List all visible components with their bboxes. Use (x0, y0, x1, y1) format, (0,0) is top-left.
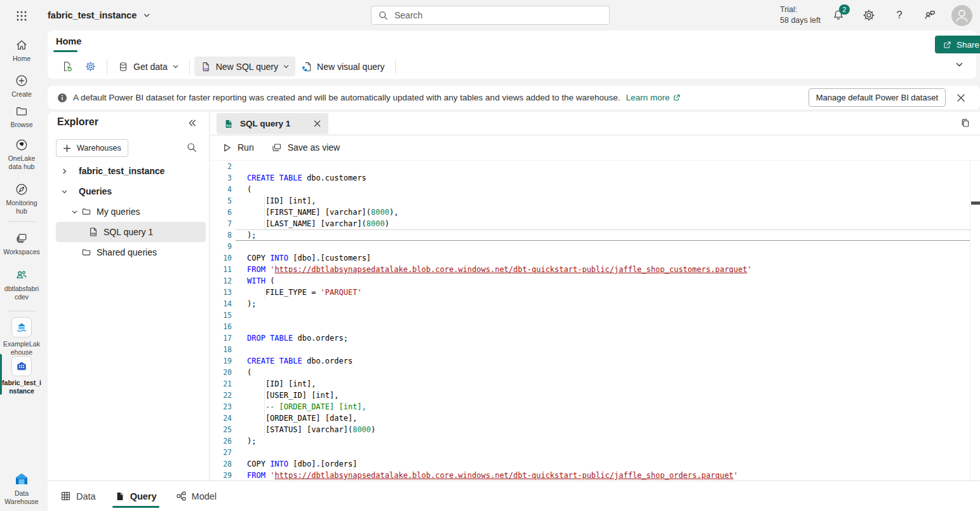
explorer-collapse-button[interactable] (187, 118, 197, 128)
code-line[interactable]: 3CREATE TABLE dbo.customers (210, 172, 980, 184)
run-button[interactable]: Run (222, 142, 254, 153)
code-line[interactable]: 6 [FIRST_NAME] [varchar](8000), (210, 207, 980, 218)
feedback-icon (923, 8, 937, 22)
tree-item-queries[interactable]: Queries (48, 181, 209, 201)
line-number: 3 (210, 172, 232, 184)
code-line[interactable]: 4( (210, 184, 980, 195)
code-line[interactable]: 23 -- [ORDER_DATE] [int], (210, 401, 980, 412)
tree-item-sql-query-1[interactable]: SQL SQL query 1 (56, 222, 206, 242)
person-icon (951, 5, 972, 26)
search-icon (186, 142, 197, 153)
code-line[interactable]: 9 (210, 241, 980, 252)
code-line[interactable]: 20( (210, 367, 980, 378)
banner-close-button[interactable] (951, 88, 970, 107)
table-grid-icon (60, 491, 71, 501)
play-icon (222, 143, 232, 153)
info-icon (57, 93, 67, 103)
monitoring-icon (15, 182, 29, 196)
query-tab[interactable]: SQL SQL query 1 (217, 113, 328, 134)
code-line[interactable]: 8); (210, 229, 980, 241)
get-data-label: Get data (133, 62, 168, 72)
code-line[interactable]: 21 [ID] [int], (210, 378, 980, 390)
code-line[interactable]: 29FROM 'https://dbtlabsynapsedatalake.bl… (210, 470, 980, 480)
line-number: 16 (210, 321, 232, 332)
settings-button[interactable] (859, 5, 879, 25)
share-button[interactable]: Share (935, 36, 980, 53)
tree-item-warehouse[interactable]: fabric_test_instance (48, 161, 209, 181)
code-line[interactable]: 16 (210, 321, 980, 332)
new-warehouse-button[interactable]: Warehouses (56, 139, 128, 157)
account-avatar[interactable] (951, 5, 972, 26)
editor-tab-bar: SQL SQL query 1 (210, 112, 980, 135)
code-line[interactable]: 22 [USER_ID] [int], (210, 390, 980, 401)
line-number: 8 (210, 229, 232, 241)
scrollbar-marker[interactable] (971, 201, 980, 205)
ribbon-tab-home[interactable]: Home (50, 31, 87, 52)
app-launcher-icon[interactable] (13, 8, 30, 24)
line-number: 29 (210, 470, 232, 480)
view-tab-query[interactable]: Query (112, 481, 159, 511)
chevron-down-icon (283, 63, 290, 70)
trial-status: Trial: 58 days left (780, 4, 821, 26)
search-input[interactable] (393, 10, 603, 21)
copy-button[interactable] (960, 118, 970, 128)
ribbon: Home Share Get data SQL New SQL query (48, 31, 976, 79)
manage-dataset-button[interactable]: Manage default Power BI dataset (809, 88, 946, 107)
code-line[interactable]: 2 (210, 161, 980, 172)
work-panel: Explorer Warehouses fabric_test_instance… (48, 112, 980, 511)
feedback-button[interactable] (920, 5, 940, 25)
rail-divider (8, 311, 36, 311)
code-line[interactable]: 27 (210, 447, 980, 458)
ribbon-collapse-button[interactable] (955, 60, 963, 69)
nav-home[interactable]: Home (0, 38, 43, 62)
nav-data-warehouse[interactable]: Data Warehouse (0, 472, 43, 505)
trial-label: Trial: (780, 4, 821, 15)
code-line[interactable]: 13 FILE_TYPE = 'PARQUET' (210, 287, 980, 298)
close-icon (957, 93, 965, 102)
nav-browse[interactable]: Browse (0, 104, 43, 128)
view-tab-data[interactable]: Data (58, 481, 98, 511)
svg-text:SQL: SQL (226, 124, 232, 127)
help-button[interactable]: ? (889, 5, 910, 25)
line-number: 12 (210, 275, 232, 287)
view-tab-model[interactable]: Model (173, 481, 220, 511)
code-line[interactable]: 26); (210, 435, 980, 447)
query-page-icon (115, 491, 125, 501)
notifications-button[interactable]: 2 (828, 5, 849, 25)
get-data-button[interactable]: Get data (112, 57, 185, 76)
code-line[interactable]: 25 [STATUS] [varchar](8000) (210, 424, 980, 435)
code-line[interactable]: 19CREATE TABLE dbo.orders (210, 355, 980, 367)
explorer-search-button[interactable] (186, 142, 197, 153)
code-line[interactable]: 5 [ID] [int], (210, 195, 980, 207)
tab-close-button[interactable] (313, 119, 321, 128)
code-line[interactable]: 15 (210, 310, 980, 321)
nav-item-examplelakehouse[interactable]: ExampleLak ehouse (0, 317, 43, 356)
nav-workspace-dbtlabsfabricdev[interactable]: dbtlabsfabri cdev (0, 268, 43, 301)
code-line[interactable]: 17DROP TABLE dbo.orders; (210, 332, 980, 344)
workspace-switcher[interactable]: fabric_test_instance (48, 0, 151, 31)
new-visual-query-button[interactable]: New visual query (295, 57, 391, 76)
code-line[interactable]: 12WITH ( (210, 275, 980, 287)
nav-onelake-data-hub[interactable]: OneLake data hub (0, 138, 43, 170)
code-line[interactable]: 28COPY INTO [dbo].[orders] (210, 458, 980, 470)
ribbon-settings-button[interactable] (79, 57, 102, 76)
refresh-button[interactable] (55, 57, 79, 76)
tree-item-shared-queries[interactable]: Shared queries (48, 242, 209, 262)
double-chevron-left-icon (187, 118, 197, 128)
code-line[interactable]: 14); (210, 298, 980, 310)
code-line[interactable]: 18 (210, 344, 980, 355)
sql-code-area[interactable]: 23CREATE TABLE dbo.customers4(5 [ID] [in… (210, 161, 980, 480)
new-sql-query-label: New SQL query (216, 62, 278, 72)
new-sql-query-button[interactable]: SQL New SQL query (194, 57, 295, 76)
code-line[interactable]: 7 [LAST_NAME] [varchar](8000) (210, 218, 980, 229)
nav-item-fabric-test-instance[interactable]: fabric_test_i nstance (0, 356, 43, 395)
nav-workspaces[interactable]: Workspaces (0, 231, 43, 256)
nav-monitoring-hub[interactable]: Monitoring hub (0, 182, 43, 215)
learn-more-link[interactable]: Learn more (626, 93, 681, 102)
code-line[interactable]: 10COPY INTO [dbo].[customers] (210, 252, 980, 264)
save-as-view-button[interactable]: Save as view (271, 142, 340, 153)
nav-create[interactable]: Create (0, 74, 43, 98)
code-line[interactable]: 24 [ORDER_DATE] [date], (210, 412, 980, 424)
tree-item-my-queries[interactable]: My queries (48, 201, 209, 222)
code-line[interactable]: 11FROM 'https://dbtlabsynapsedatalake.bl… (210, 264, 980, 275)
